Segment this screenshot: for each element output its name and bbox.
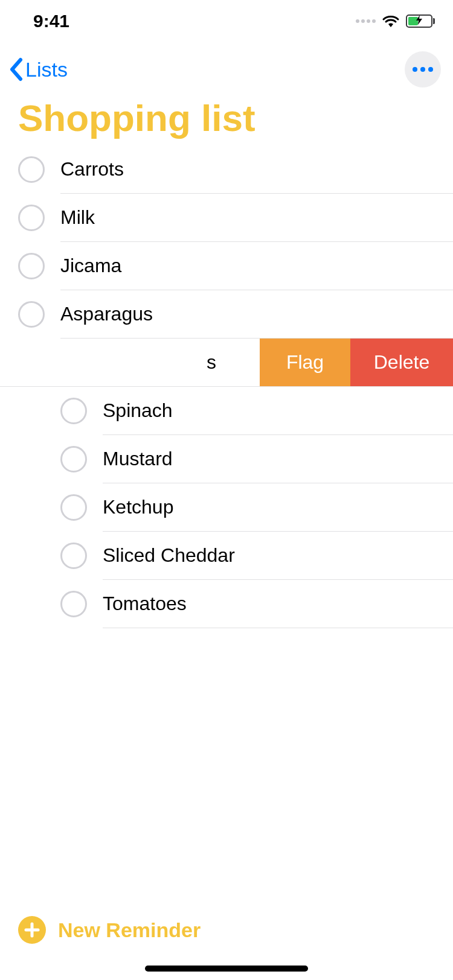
reminder-item[interactable]: Milk (0, 194, 453, 242)
completion-radio[interactable] (60, 591, 87, 617)
reminder-item[interactable]: Sliced Cheddar (0, 532, 453, 580)
new-reminder-button[interactable]: New Reminder (0, 916, 453, 944)
reminder-item-swiped[interactable]: Flag Delete s (0, 339, 453, 387)
completion-radio[interactable] (60, 542, 87, 569)
reminder-item[interactable]: Tomatoes (0, 580, 453, 628)
new-reminder-label: New Reminder (58, 918, 201, 942)
page-title: Shopping list (0, 97, 453, 145)
reminder-label: Carrots (60, 158, 124, 180)
reminders-list: Carrots Milk Jicama Asparagus Flag Delet… (0, 145, 453, 628)
status-bar: 9:41 (0, 0, 453, 42)
reminder-label-fragment: s (207, 351, 216, 374)
reminder-item[interactable]: Ketchup (0, 483, 453, 532)
status-icons (356, 14, 435, 28)
reminder-label: Ketchup (103, 496, 173, 518)
reminder-label: Asparagus (60, 303, 153, 325)
reminder-label: Sliced Cheddar (103, 544, 235, 567)
completion-radio[interactable] (60, 446, 87, 472)
delete-button[interactable]: Delete (350, 339, 453, 386)
nav-bar: Lists (0, 42, 453, 97)
reminder-item[interactable]: Carrots (0, 145, 453, 194)
flag-button[interactable]: Flag (260, 339, 350, 386)
completion-radio[interactable] (60, 398, 87, 424)
reminder-item[interactable]: Mustard (0, 435, 453, 483)
swipe-actions: Flag Delete (260, 339, 453, 386)
swiped-content[interactable]: s (0, 339, 222, 386)
plus-circle-icon (18, 916, 46, 944)
reminder-label: Spinach (103, 399, 173, 422)
reminder-item[interactable]: Spinach (0, 387, 453, 435)
completion-radio[interactable] (60, 494, 87, 521)
completion-radio[interactable] (18, 301, 45, 328)
battery-icon (406, 14, 435, 28)
reminder-label: Mustard (103, 448, 173, 470)
reminder-item[interactable]: Jicama (0, 242, 453, 290)
back-button[interactable]: Lists (8, 57, 68, 81)
reminder-item[interactable]: Asparagus (0, 290, 453, 339)
wifi-icon (382, 14, 400, 28)
more-button[interactable] (405, 51, 441, 88)
status-time: 9:41 (33, 11, 69, 31)
back-label: Lists (25, 58, 68, 81)
ellipsis-icon (413, 67, 417, 72)
reminder-label: Tomatoes (103, 593, 187, 615)
reminder-label: Milk (60, 206, 95, 229)
completion-radio[interactable] (18, 253, 45, 279)
reminder-label: Jicama (60, 255, 121, 277)
home-indicator[interactable] (145, 966, 308, 972)
chevron-left-icon (8, 57, 25, 81)
completion-radio[interactable] (18, 156, 45, 183)
cellular-signal-icon (356, 19, 376, 23)
completion-radio[interactable] (18, 205, 45, 231)
